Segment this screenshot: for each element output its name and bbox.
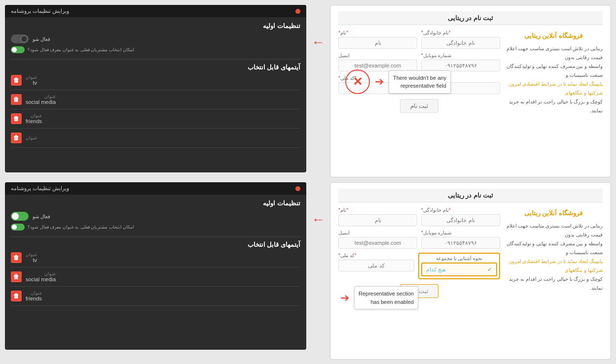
list-item: عنوان social media 🗑 [11,271,300,287]
cross-icon: ✕ [345,69,370,94]
top-annotation-box: There wouldn't be anyrepresentative fiel… [389,70,451,94]
bottom-settings-header: ویرایش تنظیمات پروشنامه [5,182,306,195]
top-main-toggle[interactable] [11,34,29,43]
bottom-national-input[interactable] [338,260,414,271]
delete-item-1-button[interactable]: 🗑 [11,75,22,86]
bottom-delete-item-2-button[interactable]: 🗑 [11,271,22,282]
bottom-main-toggle[interactable] [11,212,29,221]
delete-item-2-button[interactable]: 🗑 [11,94,22,105]
top-toggle-label: فعال شو [33,36,50,42]
bottom-settings-header-title: ویرایش تنظیمات پروشنامه [11,185,69,192]
top-settings-header-title: ویرایش تنظیمات پروشنامه [11,8,69,14]
top-settings-panel: ویرایش تنظیمات پروشنامه تنظیمات اولیه فع… [5,5,306,172]
top-sub-toggle-label: امکان انتخاب مشتریان فعلی به عنوان معرف … [28,47,134,52]
bottom-name-input[interactable] [338,214,417,226]
bottom-form-title: ثبت نام در ریتایی [338,189,603,202]
bottom-sub-toggle-label: امکان انتخاب مشتریان فعلی به عنوان معرف … [28,225,134,230]
top-form-title: ثبت نام در ریتایی [338,11,603,25]
top-submit-button[interactable]: ثبت نام [400,99,438,113]
delete-item-3-button[interactable]: 🗑 [11,113,22,124]
top-red-arrow: ← [311,34,325,50]
top-form-description: فروشگاه آنلاین ریتایی ریتایی در تلاش است… [504,30,603,115]
top-selectable-title: آیتمهای قابل انتخاب [11,64,300,71]
top-settings-header: ویرایش تنظیمات پروشنامه [5,5,306,17]
list-item: عنوان tv 🗑 [11,252,300,267]
bottom-settings-section-title: تنظیمات اولیه [11,199,300,207]
top-sub-toggle[interactable] [11,46,25,53]
bottom-phone-input[interactable] [421,237,500,249]
bottom-email-input[interactable] [338,237,417,249]
bottom-toggle-label: فعال شو [33,214,50,219]
list-item: عنوان 🗑 [11,132,300,148]
name-input[interactable] [338,37,417,49]
list-item: عنوان social media 🗑 [11,94,300,109]
list-item: عنوان tv 🗑 [11,75,300,90]
header-dot [295,9,300,14]
list-item: عنوان friends 🗑 [11,113,300,129]
bottom-settings-panel: ویرایش تنظیمات پروشنامه تنظیمات اولیه فع… [5,182,306,350]
representative-dropdown[interactable]: ✓ هیچ کدام [421,263,497,276]
top-settings-section-title: تنظیمات اولیه [11,22,300,30]
bottom-delete-item-1-button[interactable]: 🗑 [11,252,22,263]
delete-item-4-button[interactable]: 🗑 [11,132,22,143]
bottom-annotation-box: Representative sectionhas been enabled [354,286,418,309]
bottom-delete-item-3-button[interactable]: 🗑 [11,291,22,301]
bottom-form-description: فروشگاه آنلاین ریتایی ریتایی در تلاش است… [504,207,603,298]
bottom-selectable-title: آیتمهای قابل انتخاب [11,241,300,248]
bottom-red-arrow: ← [311,212,325,228]
bottom-lastname-input[interactable] [421,214,500,226]
bottom-sub-toggle[interactable] [11,224,25,231]
bottom-header-dot [295,186,300,191]
lastname-input[interactable] [421,37,500,49]
list-item: عنوان friends 🗑 [11,291,300,306]
